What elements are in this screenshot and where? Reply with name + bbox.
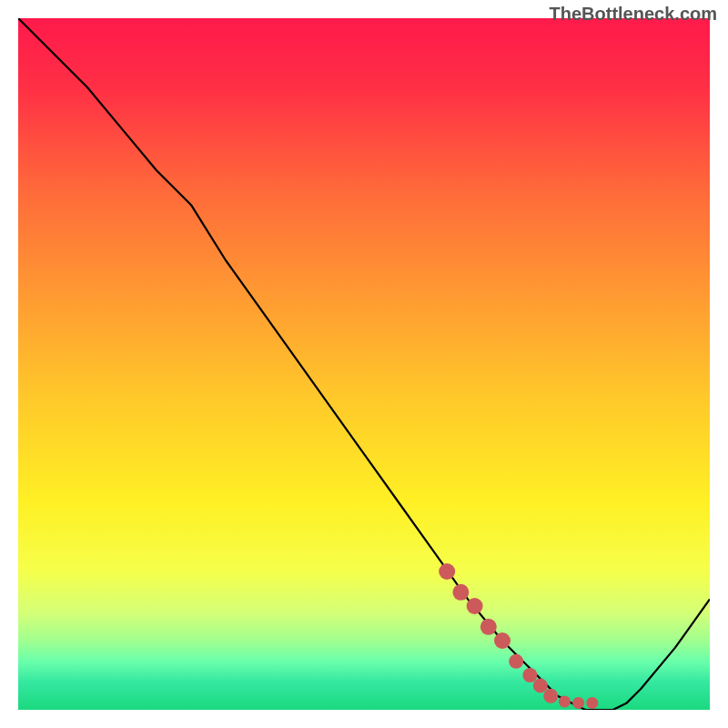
highlight-dot [522, 668, 537, 682]
watermark-text: TheBottleneck.com [550, 4, 717, 25]
gradient-background [18, 18, 710, 710]
highlight-dot [494, 632, 511, 649]
highlight-dot [509, 654, 523, 669]
chart-container: TheBottleneck.com [0, 0, 728, 728]
highlight-dot [452, 584, 469, 601]
highlight-dot [586, 697, 598, 709]
highlight-dot [572, 697, 584, 709]
highlight-dot [533, 678, 548, 693]
highlight-dot [543, 689, 558, 703]
highlight-dot [467, 598, 483, 614]
highlight-dot [559, 695, 571, 707]
highlight-dot [439, 563, 455, 580]
plot-area [18, 18, 710, 710]
highlight-dot [480, 619, 497, 635]
chart-svg [18, 18, 710, 710]
